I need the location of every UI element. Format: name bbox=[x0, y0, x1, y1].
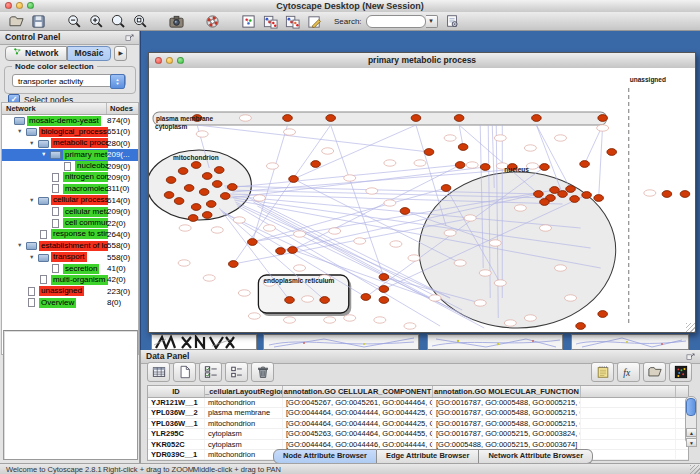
graph-label-node[interactable] bbox=[524, 145, 536, 151]
graph-node[interactable] bbox=[411, 115, 421, 122]
graph-node[interactable] bbox=[400, 208, 410, 215]
graph-node[interactable] bbox=[662, 191, 672, 198]
graph-label-node[interactable] bbox=[474, 300, 486, 306]
graph-node[interactable] bbox=[227, 184, 237, 191]
select-attributes-icon[interactable] bbox=[199, 362, 222, 382]
graph-label-node[interactable] bbox=[494, 280, 506, 286]
graph-node[interactable] bbox=[582, 192, 592, 199]
snapshot-icon[interactable] bbox=[168, 13, 185, 30]
network-canvas[interactable]: plasma membranecytoplasmmitochondrionnuc… bbox=[149, 68, 695, 332]
minimize-button[interactable] bbox=[166, 57, 173, 64]
graph-label-node[interactable] bbox=[329, 228, 341, 234]
zoom-button[interactable] bbox=[177, 57, 184, 64]
graph-label-node[interactable] bbox=[233, 217, 245, 223]
open-folder-icon[interactable] bbox=[8, 13, 25, 30]
graph-node[interactable] bbox=[594, 195, 604, 202]
graph-node[interactable] bbox=[534, 191, 544, 198]
graph-label-node[interactable] bbox=[489, 240, 501, 246]
search-dropdown-button[interactable]: ▼ bbox=[426, 15, 438, 28]
node-color-dropdown[interactable]: transporter activity ▲▼ bbox=[12, 74, 126, 87]
graph-node[interactable] bbox=[212, 181, 222, 188]
window-resize-grip[interactable] bbox=[686, 323, 695, 332]
background-window[interactable] bbox=[571, 334, 689, 350]
graph-node[interactable] bbox=[598, 115, 608, 122]
search-options-icon[interactable] bbox=[444, 13, 461, 30]
unselect-attributes-icon[interactable] bbox=[225, 362, 248, 382]
tree-row[interactable]: cell communicat22(0) bbox=[2, 218, 138, 229]
tab-network[interactable]: Network bbox=[5, 46, 67, 61]
tab-network-attribute-browser[interactable]: Network Attribute Browser bbox=[479, 449, 593, 464]
graph-label-node[interactable] bbox=[294, 265, 306, 271]
tab-overflow-button[interactable]: ▶ bbox=[114, 46, 127, 61]
graph-label-node[interactable] bbox=[322, 148, 334, 154]
tree-row[interactable]: response to stimulu264(0) bbox=[2, 229, 138, 240]
graph-node[interactable] bbox=[379, 297, 389, 304]
tab-mosaic[interactable]: Mosaic bbox=[67, 46, 112, 61]
graph-label-node[interactable] bbox=[565, 295, 577, 301]
graph-label-node[interactable] bbox=[554, 135, 566, 141]
graph-label-node[interactable] bbox=[514, 205, 526, 211]
graph-node[interactable] bbox=[361, 294, 371, 301]
scroll-up-button[interactable]: ▲ bbox=[686, 428, 697, 437]
graph-label-node[interactable] bbox=[178, 260, 190, 266]
graph-node[interactable] bbox=[276, 248, 286, 255]
graph-label-node[interactable] bbox=[414, 160, 426, 166]
graph-node[interactable] bbox=[184, 185, 194, 192]
graph-node[interactable] bbox=[166, 177, 176, 184]
graph-node[interactable] bbox=[164, 192, 174, 199]
import-attributes-icon[interactable] bbox=[643, 362, 666, 382]
graph-label-node[interactable] bbox=[466, 162, 478, 168]
graph-node[interactable] bbox=[320, 297, 330, 304]
graph-node[interactable] bbox=[288, 247, 298, 254]
zoom-fit-icon[interactable] bbox=[110, 13, 127, 30]
graph-node[interactable] bbox=[570, 196, 580, 203]
tree-row[interactable]: ▼transport558(0) bbox=[2, 252, 138, 263]
graph-label-node[interactable] bbox=[294, 231, 306, 237]
graph-node[interactable] bbox=[576, 323, 586, 330]
graph-label-node[interactable] bbox=[479, 270, 491, 276]
graph-label-node[interactable] bbox=[408, 255, 420, 261]
graph-label-node[interactable] bbox=[384, 160, 396, 166]
graph-node[interactable] bbox=[202, 173, 212, 180]
graph-node[interactable] bbox=[532, 115, 542, 122]
graph-node[interactable] bbox=[191, 204, 201, 211]
tree-row[interactable]: macromolecule311(0) bbox=[2, 183, 138, 194]
graph-label-node[interactable] bbox=[366, 188, 378, 194]
column-header[interactable]: annotation.GO CELLULAR_COMPONENT bbox=[283, 386, 433, 397]
graph-label-node[interactable] bbox=[283, 317, 295, 323]
help-icon[interactable] bbox=[204, 13, 221, 30]
tree-row[interactable]: mosaic-demo-yeast874(0) bbox=[2, 115, 138, 126]
graph-node[interactable] bbox=[550, 187, 560, 194]
search-input[interactable] bbox=[366, 15, 426, 28]
tree-row[interactable]: ▼cellular process614(0) bbox=[2, 195, 138, 206]
graph-label-node[interactable] bbox=[404, 323, 416, 329]
tree-row[interactable]: secretion41(0) bbox=[2, 263, 138, 274]
tab-node-attribute-browser[interactable]: Node Attribute Browser bbox=[273, 449, 377, 464]
tab-edge-attribute-browser[interactable]: Edge Attribute Browser bbox=[377, 449, 479, 464]
graph-label-node[interactable] bbox=[454, 260, 466, 266]
graph-label-node[interactable] bbox=[211, 227, 223, 233]
graph-node[interactable] bbox=[220, 193, 230, 200]
graph-node[interactable] bbox=[174, 198, 184, 205]
tree-row[interactable]: ▼establishment of lo558(0) bbox=[2, 240, 138, 251]
graph-node[interactable] bbox=[214, 167, 224, 174]
graph-label-node[interactable] bbox=[597, 125, 609, 131]
graph-label-node[interactable] bbox=[354, 238, 366, 244]
graph-node[interactable] bbox=[248, 239, 258, 246]
background-window[interactable] bbox=[151, 334, 257, 350]
dropdown-stepper-icon[interactable]: ▲▼ bbox=[110, 74, 125, 89]
vizmapper-alt-icon[interactable] bbox=[284, 13, 301, 30]
graph-node[interactable] bbox=[607, 149, 617, 156]
graph-node[interactable] bbox=[580, 161, 590, 168]
graph-node[interactable] bbox=[379, 274, 389, 281]
graph-node[interactable] bbox=[188, 215, 198, 222]
network-window-titlebar[interactable]: primary metabolic process bbox=[149, 53, 695, 69]
graph-node[interactable] bbox=[202, 212, 212, 219]
table-row[interactable]: YJR121W__1mitochondrion[GO:0045267, GO:0… bbox=[148, 398, 688, 408]
graph-label-node[interactable] bbox=[444, 135, 456, 141]
tree-row[interactable]: nitrogen compo209(0) bbox=[2, 172, 138, 183]
float-panel-icon[interactable] bbox=[125, 33, 135, 43]
graph-label-node[interactable] bbox=[203, 275, 215, 281]
tree-row[interactable]: cellular metabol209(0) bbox=[2, 206, 138, 217]
new-attribute-icon[interactable] bbox=[173, 362, 196, 382]
